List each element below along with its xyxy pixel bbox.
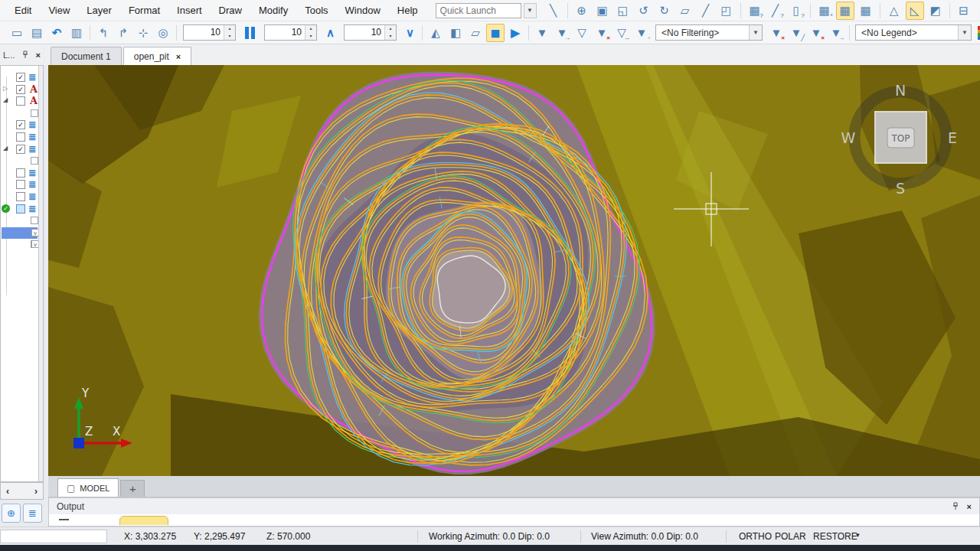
save-button[interactable]: ▤ (28, 24, 46, 42)
empty-item-box[interactable] (31, 157, 38, 165)
expander-icon[interactable]: ▷ (3, 86, 8, 92)
grid-cube-tool[interactable]: ▦ (857, 2, 875, 20)
layer-visibility-checkbox[interactable] (16, 96, 25, 106)
layer-visibility-checkbox[interactable] (16, 168, 25, 178)
filter-outline-button[interactable]: ▽ (573, 24, 591, 42)
tree-row[interactable]: ✓≣ (2, 72, 38, 83)
tree-row[interactable]: ≣ (2, 168, 38, 179)
pan-view-tool[interactable]: ◱ (614, 2, 632, 20)
sidebar-close-icon[interactable]: × (36, 51, 41, 60)
split-horizontal-tool[interactable]: ⊟ (955, 2, 973, 20)
filtering-dropdown[interactable]: <No Filtering> ▼ (655, 24, 763, 41)
menu-view[interactable]: View (40, 5, 78, 16)
viewport-canvas[interactable]: NSWETOPYXZ (48, 65, 980, 476)
compass-north-label[interactable]: N (895, 82, 906, 99)
copy-plane-button[interactable]: ◧ (446, 24, 465, 42)
solid-cube-button[interactable]: ◼ (486, 24, 505, 42)
tree-row[interactable]: ▷✓A (2, 84, 38, 96)
open-project-button[interactable]: ▥ (67, 24, 86, 42)
offset-spinner-1[interactable]: 10 ▴▾ (183, 24, 236, 41)
menu-window[interactable]: Window (337, 5, 389, 16)
offset-spinner-3[interactable]: 10 ▴▾ (344, 24, 397, 41)
undo-button[interactable]: ↶ (47, 24, 66, 42)
scroll-left-button[interactable]: ‹ (6, 486, 9, 497)
menu-help[interactable]: Help (389, 5, 426, 16)
pin-icon[interactable] (952, 502, 959, 510)
document-tab-document-1[interactable]: Document 1 (51, 47, 122, 65)
model-tab[interactable]: ▢ MODEL (57, 478, 119, 497)
filter-span-button[interactable]: ▽↔ (612, 24, 631, 42)
grid-display-tool[interactable]: ▦ (836, 2, 854, 20)
filter-pick-button[interactable]: ▼ (533, 24, 551, 42)
compass-south-label[interactable]: S (896, 180, 905, 197)
menu-layer[interactable]: Layer (78, 5, 120, 16)
sketch-plane-tool[interactable]: ▱ (676, 2, 694, 20)
menu-tools[interactable]: Tools (296, 5, 336, 16)
drillhole-query-tool[interactable]: ▯? (787, 2, 805, 20)
plane-locate-button[interactable]: ⊹ (134, 24, 152, 42)
layer-visibility-checkbox[interactable] (16, 192, 25, 201)
filter-export-button[interactable]: ▼→ (553, 24, 571, 42)
tree-row[interactable] (2, 108, 38, 119)
split-vertical-tool[interactable]: ⊞ (975, 2, 980, 20)
rotate-cw-tool[interactable]: ↻ (655, 2, 674, 20)
filter-edit-button[interactable]: ▼╱ (787, 24, 805, 42)
triangulate-points-tool[interactable]: △ (885, 2, 903, 20)
rotate-plane-left-button[interactable]: ↰ (94, 24, 113, 42)
command-input[interactable] (0, 530, 107, 543)
legend-dropdown[interactable]: <No Legend> ▼ (855, 24, 972, 41)
open-button[interactable]: ▭ (8, 24, 26, 42)
plane-visibility-button[interactable]: ◎ (154, 24, 172, 42)
document-tab-open_pit[interactable]: open_pit× (123, 47, 191, 65)
sidebar-scrollbar[interactable] (38, 66, 43, 481)
polar-toggle[interactable]: POLAR (775, 531, 806, 542)
tree-row[interactable]: ◢✓≣ (2, 144, 38, 155)
quick-launch-input[interactable] (436, 3, 521, 18)
line-query-tool[interactable]: ╱? (766, 2, 785, 20)
tab-close-icon[interactable]: × (176, 52, 181, 61)
tree-row[interactable]: ◢✓≣ (2, 204, 38, 215)
layer-visibility-checkbox[interactable]: ✓ (16, 85, 25, 94)
menu-edit[interactable]: Edit (6, 5, 40, 16)
restore-button[interactable]: RESTORE (813, 531, 858, 542)
filter-apply-button[interactable]: ▼→ (827, 24, 845, 42)
step-down-button[interactable]: ∨ (406, 26, 414, 40)
rotate-ccw-tool[interactable]: ↺ (635, 2, 653, 20)
tree-row[interactable]: ≣ (2, 191, 38, 203)
offset-spinner-2[interactable]: 10 ▴▾ (264, 24, 317, 41)
parallelogram-button[interactable]: ▱ (466, 24, 485, 42)
tree-row[interactable]: v (2, 239, 38, 250)
block-model-query-tool[interactable]: ▦? (746, 2, 764, 20)
spinner-steppers[interactable]: ▴▾ (305, 25, 316, 40)
play-view-button[interactable]: ▶ (506, 24, 524, 42)
scroll-right-button[interactable]: › (34, 486, 38, 497)
ortho-toggle[interactable]: ORTHO (739, 531, 772, 542)
filter-delete-button[interactable]: ▼× (807, 24, 825, 42)
output-close-icon[interactable]: × (967, 502, 972, 511)
view-target-button[interactable]: ⊕ (2, 504, 21, 523)
menu-insert[interactable]: Insert (168, 5, 211, 16)
menu-draw[interactable]: Draw (211, 5, 250, 16)
grid-settings-tool[interactable]: ▦* (815, 2, 834, 20)
measure-line-tool[interactable]: ╲ (544, 2, 563, 20)
tree-row[interactable] (2, 155, 38, 167)
menu-modify[interactable]: Modify (250, 5, 296, 16)
expander-icon[interactable]: ◢ (3, 145, 8, 152)
quick-launch-caret-icon[interactable]: ▼ (524, 3, 537, 18)
restore-caret-icon[interactable]: ▾ (856, 531, 860, 539)
viewport-window-tool[interactable]: ◰ (717, 2, 736, 20)
pin-icon[interactable] (21, 51, 29, 59)
expander-icon[interactable]: ◢ (3, 97, 8, 103)
tree-row[interactable]: ◢A (2, 96, 38, 107)
view-cube-tool[interactable]: ▣ (593, 2, 612, 20)
layer-visibility-checkbox[interactable] (16, 132, 25, 142)
dropdown-caret-icon[interactable]: ▼ (958, 25, 971, 40)
layer-visibility-checkbox[interactable]: ✓ (16, 120, 25, 129)
triangle-mesh-tool[interactable]: ◺ (906, 2, 924, 20)
annotate-pen-tool[interactable]: ╱ (697, 2, 715, 20)
tree-row-selected[interactable]: v (2, 227, 38, 239)
surface-diagonal-tool[interactable]: ◩ (926, 2, 945, 20)
filter-clear-button[interactable]: ▼× (767, 24, 786, 42)
tree-row[interactable]: ≣ (2, 132, 38, 143)
compass-west-label[interactable]: W (841, 129, 856, 146)
